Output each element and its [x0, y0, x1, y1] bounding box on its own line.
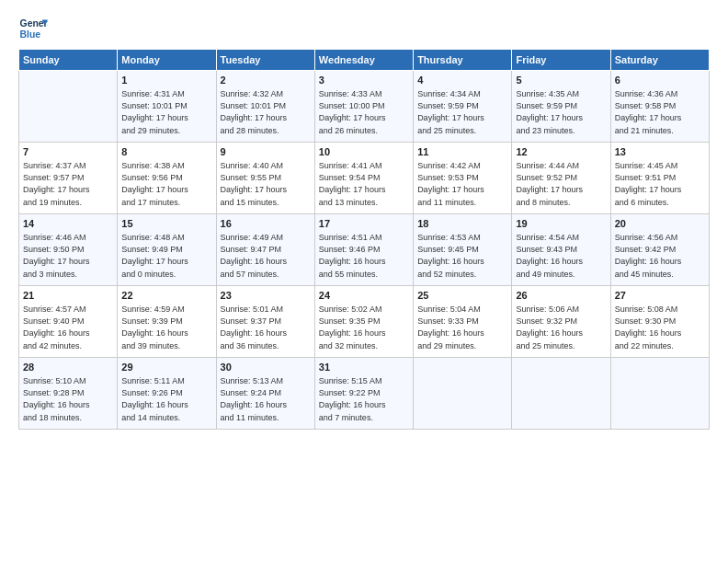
- cell-line: and 22 minutes.: [615, 340, 705, 352]
- day-number: 8: [121, 145, 211, 159]
- cell-line: Sunset: 9:51 PM: [615, 172, 705, 184]
- cell-content: Sunrise: 4:51 AMSunset: 9:46 PMDaylight:…: [319, 232, 409, 280]
- cell-content: Sunrise: 4:33 AMSunset: 10:00 PMDaylight…: [319, 88, 409, 136]
- cell-line: Sunrise: 4:51 AM: [319, 232, 409, 244]
- cell-content: Sunrise: 5:01 AMSunset: 9:37 PMDaylight:…: [221, 304, 311, 351]
- calendar-cell: 23Sunrise: 5:01 AMSunset: 9:37 PMDayligh…: [216, 286, 314, 358]
- cell-line: Sunrise: 4:42 AM: [417, 160, 507, 172]
- calendar-cell: 30Sunrise: 5:13 AMSunset: 9:24 PMDayligh…: [216, 358, 314, 430]
- calendar-cell: 8Sunrise: 4:38 AMSunset: 9:56 PMDaylight…: [118, 143, 216, 214]
- cell-line: Sunrise: 4:45 AM: [615, 160, 705, 172]
- cell-line: Sunrise: 4:37 AM: [23, 160, 113, 172]
- cell-line: Daylight: 17 hours: [319, 112, 409, 124]
- day-number: 6: [615, 74, 705, 87]
- cell-line: Daylight: 16 hours: [516, 256, 606, 268]
- cell-content: Sunrise: 4:48 AMSunset: 9:49 PMDaylight:…: [121, 232, 211, 280]
- cell-line: Sunset: 9:33 PM: [417, 316, 507, 327]
- day-number: 9: [221, 145, 311, 159]
- cell-line: Sunrise: 4:32 AM: [221, 88, 311, 100]
- cell-content: Sunrise: 4:54 AMSunset: 9:43 PMDaylight:…: [516, 232, 606, 280]
- cell-line: and 19 minutes.: [23, 197, 113, 209]
- day-number: 21: [23, 289, 113, 303]
- day-number: 4: [417, 74, 507, 87]
- day-number: 14: [23, 217, 113, 231]
- cell-line: Daylight: 16 hours: [221, 399, 311, 411]
- cell-line: Sunrise: 4:31 AM: [121, 88, 211, 100]
- calendar-cell: 27Sunrise: 5:08 AMSunset: 9:30 PMDayligh…: [610, 286, 709, 358]
- cell-line: Sunset: 9:56 PM: [121, 172, 211, 184]
- cell-line: Sunset: 9:59 PM: [516, 100, 606, 112]
- cell-line: and 6 minutes.: [615, 197, 705, 209]
- cell-content: Sunrise: 4:49 AMSunset: 9:47 PMDaylight:…: [221, 232, 311, 280]
- cell-line: Sunrise: 4:41 AM: [319, 160, 409, 172]
- calendar-cell: 20Sunrise: 4:56 AMSunset: 9:42 PMDayligh…: [610, 214, 709, 286]
- cell-line: and 13 minutes.: [319, 197, 409, 209]
- svg-text:Blue: Blue: [20, 29, 41, 40]
- cell-line: Daylight: 17 hours: [221, 112, 311, 124]
- cell-line: and 45 minutes.: [615, 269, 705, 281]
- calendar-cell: 12Sunrise: 4:44 AMSunset: 9:52 PMDayligh…: [512, 143, 610, 214]
- cell-line: Daylight: 16 hours: [615, 256, 705, 268]
- calendar-week-row: 14Sunrise: 4:46 AMSunset: 9:50 PMDayligh…: [19, 214, 710, 286]
- cell-content: Sunrise: 4:31 AMSunset: 10:01 PMDaylight…: [121, 88, 211, 136]
- cell-content: Sunrise: 4:56 AMSunset: 9:42 PMDaylight:…: [615, 232, 705, 280]
- cell-line: Sunset: 9:52 PM: [516, 172, 606, 184]
- calendar-cell: 24Sunrise: 5:02 AMSunset: 9:35 PMDayligh…: [314, 286, 413, 358]
- cell-content: Sunrise: 4:53 AMSunset: 9:45 PMDaylight:…: [417, 232, 507, 280]
- cell-line: Sunset: 10:01 PM: [121, 100, 211, 112]
- cell-line: and 15 minutes.: [221, 197, 311, 209]
- cell-line: Sunset: 10:01 PM: [221, 100, 311, 112]
- calendar-cell: [414, 358, 512, 430]
- day-number: 18: [417, 217, 507, 231]
- cell-line: Sunrise: 5:10 AM: [23, 375, 113, 387]
- cell-line: Sunset: 9:50 PM: [23, 244, 113, 256]
- day-number: 1: [121, 74, 211, 87]
- cell-line: and 55 minutes.: [319, 269, 409, 281]
- cell-line: Daylight: 16 hours: [615, 327, 705, 339]
- cell-line: Sunrise: 4:57 AM: [23, 304, 113, 316]
- cell-line: Sunset: 9:55 PM: [221, 172, 311, 184]
- cell-line: Sunset: 9:58 PM: [615, 100, 705, 112]
- calendar-cell: 2Sunrise: 4:32 AMSunset: 10:01 PMDayligh…: [216, 71, 314, 143]
- day-number: 24: [319, 289, 409, 303]
- cell-line: Sunset: 9:35 PM: [319, 316, 409, 327]
- cell-line: Sunset: 9:26 PM: [121, 387, 211, 399]
- cell-content: Sunrise: 4:44 AMSunset: 9:52 PMDaylight:…: [516, 160, 606, 208]
- cell-line: Daylight: 17 hours: [615, 112, 705, 124]
- cell-line: Daylight: 17 hours: [417, 184, 507, 196]
- cell-line: Daylight: 16 hours: [121, 327, 211, 339]
- cell-line: Sunrise: 4:40 AM: [221, 160, 311, 172]
- cell-line: Sunrise: 4:48 AM: [121, 232, 211, 244]
- cell-content: Sunrise: 4:36 AMSunset: 9:58 PMDaylight:…: [615, 88, 705, 136]
- header: General Blue: [18, 14, 710, 43]
- cell-line: Sunset: 9:40 PM: [23, 316, 113, 327]
- cell-line: Sunrise: 4:46 AM: [23, 232, 113, 244]
- cell-line: Daylight: 16 hours: [319, 256, 409, 268]
- cell-line: and 26 minutes.: [319, 125, 409, 137]
- cell-content: Sunrise: 4:57 AMSunset: 9:40 PMDaylight:…: [23, 304, 113, 351]
- cell-line: Sunrise: 4:34 AM: [417, 88, 507, 100]
- calendar-cell: 6Sunrise: 4:36 AMSunset: 9:58 PMDaylight…: [610, 71, 709, 143]
- general-blue-logo-icon: General Blue: [18, 14, 48, 43]
- cell-line: and 17 minutes.: [121, 197, 211, 209]
- page: General Blue SundayMondayTuesdayWednesda…: [0, 0, 728, 563]
- cell-line: Sunset: 9:43 PM: [516, 244, 606, 256]
- calendar-table: SundayMondayTuesdayWednesdayThursdayFrid…: [18, 49, 710, 430]
- cell-line: Sunset: 9:59 PM: [417, 100, 507, 112]
- cell-line: Daylight: 16 hours: [417, 256, 507, 268]
- cell-line: Sunset: 9:54 PM: [319, 172, 409, 184]
- cell-content: Sunrise: 4:38 AMSunset: 9:56 PMDaylight:…: [121, 160, 211, 208]
- cell-line: and 11 minutes.: [221, 412, 311, 424]
- day-header-saturday: Saturday: [610, 50, 709, 71]
- cell-line: Sunrise: 4:49 AM: [221, 232, 311, 244]
- cell-line: Daylight: 16 hours: [23, 327, 113, 339]
- cell-line: Daylight: 17 hours: [121, 256, 211, 268]
- cell-line: and 52 minutes.: [417, 269, 507, 281]
- cell-line: and 11 minutes.: [417, 197, 507, 209]
- cell-line: Sunset: 9:30 PM: [615, 316, 705, 327]
- cell-line: and 21 minutes.: [615, 125, 705, 137]
- calendar-week-row: 21Sunrise: 4:57 AMSunset: 9:40 PMDayligh…: [19, 286, 710, 358]
- calendar-cell: 22Sunrise: 4:59 AMSunset: 9:39 PMDayligh…: [118, 286, 216, 358]
- cell-line: Daylight: 16 hours: [121, 399, 211, 411]
- day-number: 10: [319, 145, 409, 159]
